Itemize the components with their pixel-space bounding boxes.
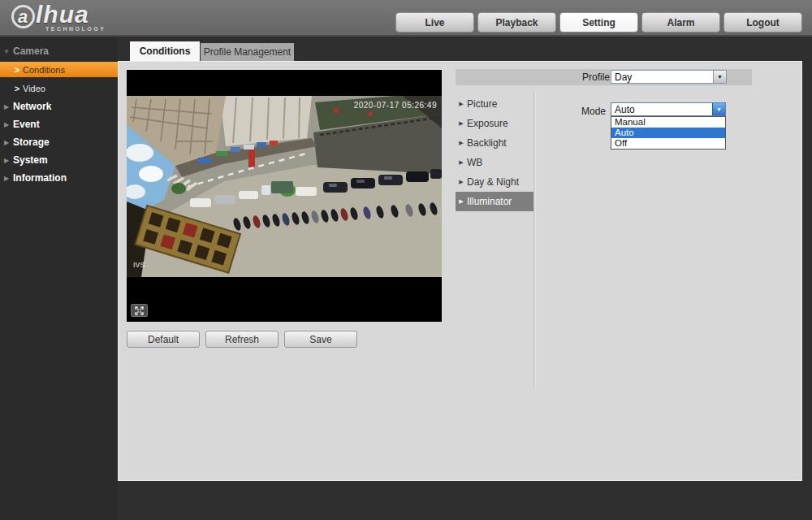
sidebar-item-network[interactable]: ▶ Network — [0, 98, 118, 115]
refresh-button[interactable]: Refresh — [205, 331, 279, 348]
sidebar-item-storage[interactable]: ▶ Storage — [0, 134, 118, 150]
profile-bar: Profile Day ▼ — [456, 69, 752, 85]
submenu-item-label: Backlight — [467, 137, 507, 149]
submenu-item-day-night[interactable]: ▶ Day & Night — [456, 172, 533, 192]
mode-option-manual[interactable]: Manual — [611, 117, 725, 128]
submenu-item-backlight[interactable]: ▶ Backlight — [456, 133, 533, 153]
save-button[interactable]: Save — [284, 331, 357, 348]
mode-label: Mode — [525, 106, 606, 117]
video-preview: 2020-07-17 05:26:49 IVS — [127, 70, 442, 322]
sidebar-item-label: Video — [23, 84, 45, 93]
right-triangle-icon: ▶ — [456, 198, 467, 205]
sidebar-item-conditions[interactable]: > Conditions — [0, 62, 118, 77]
right-triangle-icon: ▶ — [456, 120, 467, 127]
main-nav: Live Playback Setting Alarm Logout — [395, 12, 802, 32]
right-triangle-icon: ▶ — [456, 159, 467, 166]
profile-select-value: Day — [615, 72, 632, 83]
submenu-item-illuminator[interactable]: ▶ Illuminator — [456, 192, 533, 211]
camera-video-frame — [127, 96, 442, 277]
profile-label: Profile — [529, 72, 610, 83]
submenu-item-label: Illuminator — [467, 196, 512, 207]
sidebar-item-label: Network — [13, 101, 51, 112]
right-triangle-icon: ▶ — [456, 101, 467, 107]
content-panel: 2020-07-17 05:26:49 IVS Default Refresh … — [118, 61, 802, 481]
dahua-logo-a-circle: a — [11, 5, 35, 28]
chevron-right-icon: > — [11, 84, 23, 93]
nav-alarm-button[interactable]: Alarm — [641, 12, 720, 32]
submenu-item-exposure[interactable]: ▶ Exposure — [456, 114, 533, 133]
collapsed-triangle-icon: ▶ — [0, 103, 13, 110]
camera-expanded-icon: ▼ — [0, 48, 13, 55]
camera-video-scene — [127, 96, 442, 277]
profile-select-arrow-button[interactable]: ▼ — [713, 71, 726, 83]
dahua-logo-rest: lhua — [36, 1, 89, 28]
sidebar-item-event[interactable]: ▶ Event — [0, 116, 118, 132]
right-triangle-icon: ▶ — [456, 140, 467, 146]
profile-select[interactable]: Day ▼ — [611, 70, 727, 84]
collapsed-triangle-icon: ▶ — [0, 175, 13, 182]
top-bar: alhua TECHNOLOGY Live Playback Setting A… — [0, 0, 812, 37]
submenu-item-picture[interactable]: ▶ Picture — [456, 94, 533, 114]
mode-select-value: Auto — [615, 104, 635, 115]
sidebar-item-label: Conditions — [23, 65, 65, 75]
sidebar-item-label: Event — [13, 119, 40, 130]
nav-playback-button[interactable]: Playback — [477, 12, 556, 32]
default-button[interactable]: Default — [127, 331, 200, 348]
sidebar-item-label: Information — [13, 172, 67, 184]
expand-icon — [135, 306, 144, 315]
mode-option-off[interactable]: Off — [611, 138, 725, 149]
submenu-item-label: Day & Night — [467, 176, 519, 188]
right-triangle-icon: ▶ — [456, 179, 467, 185]
submenu-item-label: Picture — [467, 98, 497, 110]
mode-select[interactable]: Auto ▼ — [611, 102, 726, 116]
nav-logout-button[interactable]: Logout — [723, 12, 802, 32]
sidebar: ▼ Camera > Conditions > Video ▶ Network … — [0, 37, 118, 520]
submenu-item-label: WB — [467, 157, 482, 168]
collapsed-triangle-icon: ▶ — [0, 157, 13, 164]
fullscreen-button[interactable] — [131, 304, 148, 317]
mode-select-arrow-button[interactable]: ▼ — [712, 103, 725, 115]
video-timestamp: 2020-07-17 05:26:49 — [354, 101, 437, 110]
dahua-logo: alhua TECHNOLOGY — [11, 1, 106, 32]
sidebar-item-camera[interactable]: ▼ Camera — [0, 43, 118, 59]
sidebar-item-label: Storage — [13, 136, 50, 148]
tab-conditions[interactable]: Conditions — [130, 41, 200, 61]
collapsed-triangle-icon: ▶ — [0, 121, 13, 128]
sidebar-item-video[interactable]: > Video — [0, 80, 118, 97]
submenu-item-label: Exposure — [467, 118, 508, 129]
chevron-right-icon: > — [11, 65, 23, 75]
chevron-down-icon: ▼ — [717, 74, 723, 80]
sidebar-item-system[interactable]: ▶ System — [0, 152, 118, 168]
action-buttons: Default Refresh Save — [127, 331, 357, 348]
nav-live-button[interactable]: Live — [395, 12, 474, 32]
sidebar-item-information[interactable]: ▶ Information — [0, 170, 118, 186]
chevron-down-icon: ▼ — [716, 106, 722, 112]
dahua-logo-subtext: TECHNOLOGY — [45, 26, 106, 32]
dahua-logo-text: alhua — [11, 1, 106, 28]
mode-option-auto[interactable]: Auto — [611, 128, 725, 138]
sidebar-item-label: Camera — [13, 46, 49, 57]
vertical-divider — [533, 90, 536, 387]
sidebar-item-label: System — [13, 154, 48, 166]
video-watermark: IVS — [133, 261, 145, 269]
mode-dropdown-list: Manual Auto Off — [611, 116, 726, 150]
submenu-item-wb[interactable]: ▶ WB — [456, 153, 533, 172]
tab-profile-management[interactable]: Profile Management — [201, 43, 294, 61]
nav-setting-button[interactable]: Setting — [559, 12, 638, 32]
collapsed-triangle-icon: ▶ — [0, 139, 13, 146]
